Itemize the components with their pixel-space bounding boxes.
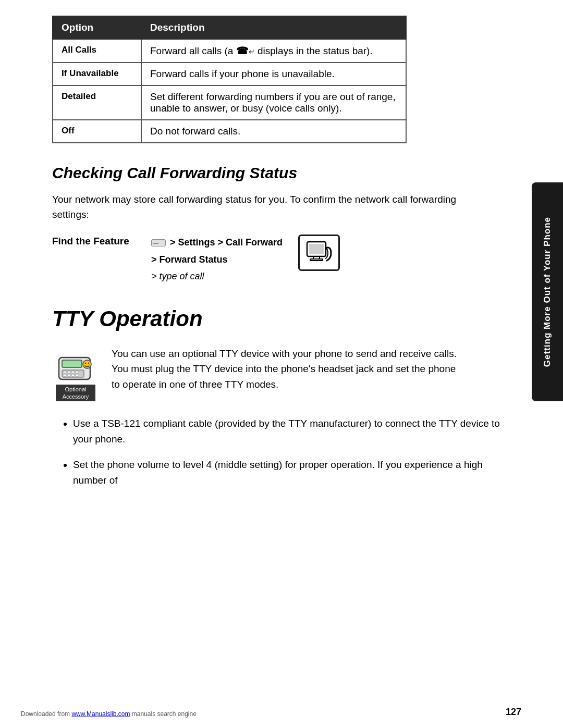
- list-item: Use a TSB-121 compliant cable (provided …: [73, 416, 500, 447]
- find-feature-label: Find the Feature: [52, 236, 136, 247]
- tty-body-text: You can use an optional TTY device with …: [112, 346, 459, 392]
- svg-rect-10: [76, 371, 79, 373]
- bullet-item-2: Set the phone volume to level 4 (middle …: [73, 459, 483, 485]
- svg-rect-12: [67, 374, 70, 376]
- desc-if-unavailable: Forward calls if your phone is unavailab…: [141, 63, 406, 85]
- right-tab-text: Getting More Out of Your Phone: [542, 217, 553, 367]
- option-all-calls: All Calls: [53, 39, 141, 63]
- option-detailed: Detailed: [53, 85, 141, 120]
- svg-rect-14: [76, 374, 79, 376]
- table-header-description: Description: [141, 16, 406, 39]
- table-row: If Unavailable Forward calls if your pho…: [53, 63, 406, 85]
- page-number: 127: [506, 707, 521, 718]
- table-header-option: Option: [53, 16, 141, 39]
- svg-point-17: [88, 363, 89, 364]
- footer-text-before: Downloaded from: [21, 710, 71, 718]
- phone-icon: [298, 235, 340, 271]
- desc-detailed: Set different forwarding numbers if you …: [141, 85, 406, 120]
- bullet-list: Use a TSB-121 compliant cable (provided …: [73, 416, 500, 488]
- checking-section-heading: Checking Call Forwarding Status: [52, 164, 532, 182]
- checking-body-text: Your network may store call forwarding s…: [52, 192, 459, 222]
- tty-body-section: Optional Accessory You can use an option…: [52, 346, 459, 402]
- footer: Downloaded from www.Manualslib.com manua…: [21, 710, 197, 718]
- bullet-item-1: Use a TSB-121 compliant cable (provided …: [73, 418, 500, 444]
- table-row: All Calls Forward all calls (a ☎↵ displa…: [53, 39, 406, 63]
- option-if-unavailable: If Unavailable: [53, 63, 141, 85]
- tty-device-icon: [55, 346, 96, 388]
- svg-rect-9: [71, 371, 75, 373]
- svg-rect-8: [67, 371, 70, 373]
- phone-svg: [305, 239, 333, 267]
- footer-text-after: manuals search engine: [130, 710, 196, 718]
- path-line1: > Settings > Call Forward: [170, 237, 283, 248]
- table-row: Off Do not forward calls.: [53, 120, 406, 143]
- svg-rect-5: [62, 360, 82, 367]
- page-container: Option Description All Calls Forward all…: [0, 0, 563, 728]
- svg-rect-3: [310, 259, 323, 261]
- table-row: Detailed Set different forwarding number…: [53, 85, 406, 120]
- list-item: Set the phone volume to level 4 (middle …: [73, 457, 500, 488]
- svg-rect-7: [63, 371, 66, 373]
- svg-rect-1: [309, 244, 324, 254]
- right-side-tab: Getting More Out of Your Phone: [532, 182, 563, 401]
- tty-icon-box: Optional Accessory: [52, 346, 99, 402]
- desc-off: Do not forward calls.: [141, 120, 406, 143]
- path-line3: > type of call: [151, 271, 204, 281]
- svg-rect-11: [63, 374, 66, 376]
- options-table: Option Description All Calls Forward all…: [52, 16, 407, 143]
- menu-icon: [151, 239, 166, 246]
- find-feature-section: Find the Feature > Settings > Call Forwa…: [52, 235, 532, 286]
- option-off: Off: [53, 120, 141, 143]
- svg-rect-13: [71, 374, 75, 376]
- find-feature-path: > Settings > Call Forward > Forward Stat…: [151, 235, 283, 286]
- desc-all-calls: Forward all calls (a ☎↵ displays in the …: [141, 39, 406, 63]
- path-line2: > Forward Status: [151, 254, 228, 265]
- footer-link[interactable]: www.Manualslib.com: [71, 710, 130, 718]
- tty-heading: TTY Operation: [52, 306, 532, 331]
- svg-point-16: [85, 363, 86, 364]
- optional-badge: Optional Accessory: [56, 385, 95, 402]
